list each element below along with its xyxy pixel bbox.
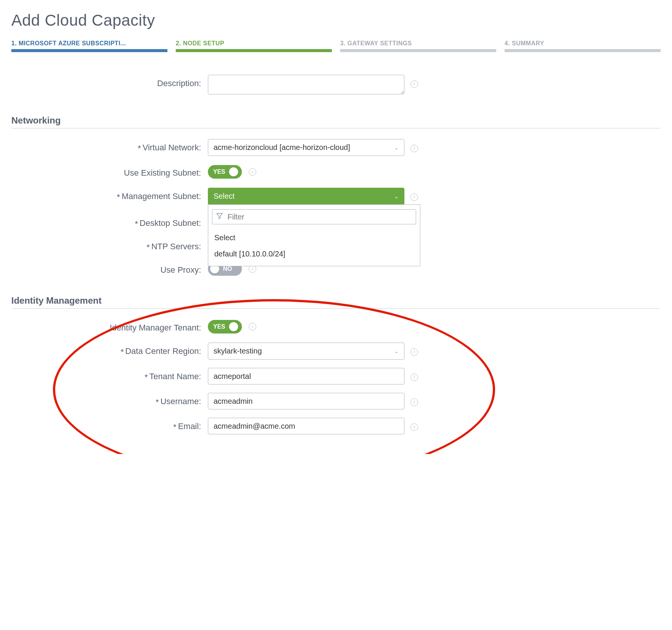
label-data-center-region: *Data Center Region: xyxy=(11,343,208,356)
toggle-label: NO xyxy=(223,266,232,272)
use-existing-subnet-toggle[interactable]: YES xyxy=(208,165,242,179)
info-icon[interactable]: i xyxy=(410,348,418,356)
row-username: *Username: i xyxy=(11,393,661,409)
dropdown-option[interactable]: default [10.10.0.0/24] xyxy=(212,246,416,262)
step-bar xyxy=(340,49,496,52)
filter-icon xyxy=(216,212,223,222)
wizard-steps: 1. MICROSOFT AZURE SUBSCRIPTI... 2. NODE… xyxy=(11,40,661,52)
label-virtual-network: *Virtual Network: xyxy=(11,139,208,153)
row-tenant-name: *Tenant Name: i xyxy=(11,368,661,384)
label-email: *Email: xyxy=(11,418,208,431)
page-title: Add Cloud Capacity xyxy=(11,11,661,29)
step-bar xyxy=(11,49,167,52)
step-label: 1. MICROSOFT AZURE SUBSCRIPTI... xyxy=(11,40,167,49)
label-description: Description: xyxy=(11,75,208,88)
step-bar xyxy=(505,49,661,52)
row-use-existing-subnet: Use Existing Subnet: YES i xyxy=(11,164,661,179)
identity-manager-tenant-toggle[interactable]: YES xyxy=(208,320,242,334)
info-icon[interactable]: i xyxy=(410,423,418,431)
info-icon[interactable]: i xyxy=(410,374,418,381)
info-icon[interactable]: i xyxy=(410,398,418,406)
info-icon[interactable]: i xyxy=(249,168,256,176)
step-label: 2. NODE SETUP xyxy=(176,40,332,49)
management-subnet-dropdown: Select default [10.10.0.0/24] xyxy=(208,204,420,266)
label-use-proxy: Use Proxy: xyxy=(11,261,208,275)
info-icon[interactable]: i xyxy=(410,80,418,88)
chevron-down-icon: ⌄ xyxy=(394,193,399,199)
info-icon[interactable]: i xyxy=(249,265,256,273)
step-gateway-settings[interactable]: 3. GATEWAY SETTINGS xyxy=(340,40,496,52)
dropdown-option[interactable]: Select xyxy=(212,230,416,246)
label-tenant-name: *Tenant Name: xyxy=(11,368,208,381)
toggle-knob xyxy=(229,322,238,331)
chevron-down-icon: ⌄ xyxy=(394,348,399,354)
virtual-network-select[interactable]: acme-horizoncloud [acme-horizon-cloud] ⌄ xyxy=(208,139,404,156)
select-value: acme-horizoncloud [acme-horizon-cloud] xyxy=(214,143,350,151)
management-subnet-select[interactable]: Select ⌄ xyxy=(208,188,404,205)
row-description: Description: i xyxy=(11,75,661,96)
toggle-label: YES xyxy=(213,168,225,175)
row-identity-manager-tenant: Identity Manager Tenant: YES i xyxy=(11,319,661,334)
section-heading-identity: Identity Management xyxy=(11,295,661,309)
info-icon[interactable]: i xyxy=(410,145,418,152)
info-icon[interactable]: i xyxy=(249,323,256,330)
step-bar xyxy=(176,49,332,52)
dropdown-filter-input[interactable] xyxy=(212,209,416,224)
label-desktop-subnet: *Desktop Subnet: xyxy=(11,215,208,228)
tenant-name-input[interactable] xyxy=(208,368,404,384)
label-identity-manager-tenant: Identity Manager Tenant: xyxy=(11,319,208,333)
toggle-label: YES xyxy=(213,323,225,330)
toggle-knob xyxy=(229,167,238,176)
step-azure-subscription[interactable]: 1. MICROSOFT AZURE SUBSCRIPTI... xyxy=(11,40,167,52)
row-email: *Email: i xyxy=(11,418,661,434)
row-management-subnet: *Management Subnet: Select ⌄ Select defa… xyxy=(11,188,661,205)
email-input[interactable] xyxy=(208,418,404,434)
step-label: 4. SUMMARY xyxy=(505,40,661,49)
info-icon[interactable]: i xyxy=(410,193,418,201)
label-use-existing-subnet: Use Existing Subnet: xyxy=(11,164,208,178)
select-value: skylark-testing xyxy=(214,347,262,355)
data-center-region-select[interactable]: skylark-testing ⌄ xyxy=(208,343,404,360)
step-node-setup[interactable]: 2. NODE SETUP xyxy=(176,40,332,52)
step-label: 3. GATEWAY SETTINGS xyxy=(340,40,496,49)
description-input[interactable] xyxy=(208,75,404,94)
chevron-down-icon: ⌄ xyxy=(394,145,399,151)
username-input[interactable] xyxy=(208,393,404,409)
label-management-subnet: *Management Subnet: xyxy=(11,188,208,201)
row-virtual-network: *Virtual Network: acme-horizoncloud [acm… xyxy=(11,139,661,156)
section-heading-networking: Networking xyxy=(11,115,661,128)
label-username: *Username: xyxy=(11,393,208,406)
step-summary[interactable]: 4. SUMMARY xyxy=(505,40,661,52)
label-ntp-servers: *NTP Servers: xyxy=(11,238,208,252)
row-data-center-region: *Data Center Region: skylark-testing ⌄ i xyxy=(11,343,661,360)
select-value: Select xyxy=(214,192,235,200)
